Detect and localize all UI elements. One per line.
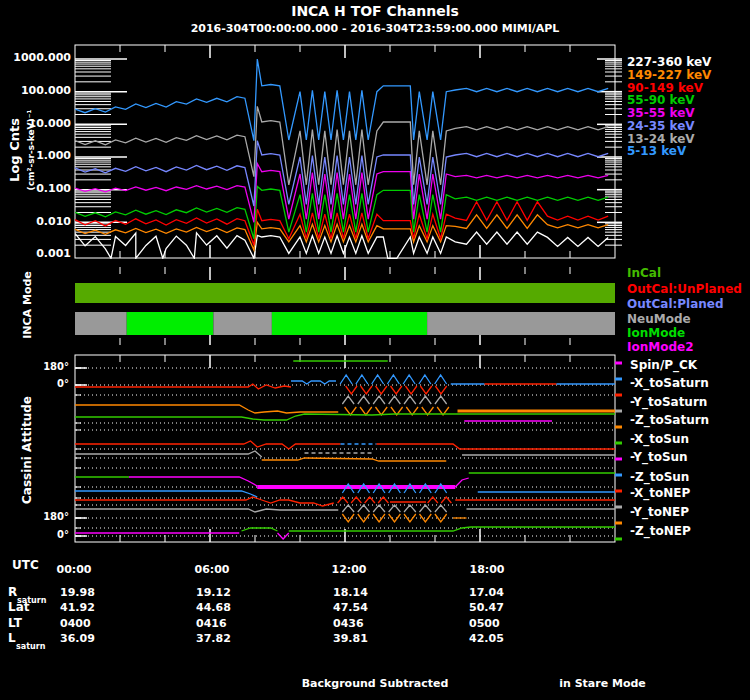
utc-tick-0000: 00:00 [39,563,109,576]
legend-att-y-tosaturn: -Y_toSaturn [630,395,707,409]
eph-l-c0: 36.09 [60,632,95,645]
att-tick-180-top: 180° [0,362,69,373]
eph-label-lt: LT [8,616,22,630]
eph-r-c2: 18.14 [333,586,368,599]
legend-att-x-tosun: -X_toSun [630,432,689,446]
eph-lat-c1: 44.68 [196,601,231,614]
utc-tick-1800: 18:00 [452,563,522,576]
footer-stare-mode: in Stare Mode [540,677,665,690]
legend-att-z-tosun: -Z_toSun [630,470,689,484]
eph-lat-c3: 50.47 [469,601,504,614]
eph-lat-c0: 41.92 [60,601,95,614]
y-tick-0p001: 0.001 [0,248,71,260]
y-tick-0p01: 0.010 [0,216,71,228]
legend-mode-ionmode: IonMode [627,326,685,340]
y-tick-100: 100.000 [0,85,71,97]
att-tick-180-bottom: 180° [0,512,69,523]
eph-label-r: R [8,585,17,599]
legend-mode-ionmode2: IonMode2 [627,340,694,354]
eph-lt-c1: 0416 [196,617,227,630]
legend-att-x-tosaturn: -X_toSaturn [630,376,709,390]
eph-lt-c3: 0500 [469,617,500,630]
att-tick-0-top: 0° [0,379,69,390]
eph-lt-c2: 0436 [333,617,364,630]
legend-channel-24-35: 24-35 keV [627,119,695,133]
att-tick-0-bottom: 0° [0,530,69,541]
eph-r-c0: 19.98 [60,586,95,599]
eph-sub-l: saturn [16,642,45,651]
utc-axis-label: UTC [12,559,39,572]
legend-mode-outcal-unplaned: OutCal:UnPlaned [627,282,742,296]
legend-att-x-tonep: -X_toNEP [630,486,690,500]
utc-tick-1200: 12:00 [314,563,384,576]
y-axis-title: Log Cnts [7,118,22,182]
legend-mode-incal: InCal [627,266,661,280]
eph-label-l: L [8,631,16,645]
legend-mode-outcal-planed: OutCal:Planed [627,297,724,311]
time-range-subtitle: 2016-304T00:00:00.000 - 2016-304T23:59:0… [0,23,750,35]
legend-att-y-tonep: -Y_toNEP [630,505,689,519]
mode-axis-title: INCA Mode [21,271,34,339]
utc-tick-0600: 06:00 [177,563,247,576]
y-axis-units: (cm²-sr-s-keV)⁻¹ [26,110,36,191]
legend-att-spin-pck: Spin/P_CK [630,358,697,372]
legend-att-y-tosun: -Y_toSun [630,450,688,464]
eph-lat-c2: 47.54 [333,601,368,614]
legend-channel-5-13: 5-13 keV [627,144,686,158]
inca-tof-plot-page: INCA H TOF Channels 2016-304T00:00:00.00… [0,0,750,700]
page-title: INCA H TOF Channels [0,4,750,19]
eph-label-lat: Lat [8,600,29,614]
legend-att-z-tonep: -Z_toNEP [630,524,691,538]
eph-l-c2: 39.81 [333,632,368,645]
attitude-axis-title: Cassini Attitude [20,396,34,504]
legend-mode-neumode: NeuMode [627,312,691,326]
eph-l-c1: 37.82 [196,632,231,645]
y-tick-1000: 1000.000 [0,52,71,64]
legend-att-z-tosaturn: -Z_toSaturn [630,413,709,427]
legend-channel-55-90: 55-90 keV [627,93,695,107]
eph-lt-c0: 0400 [60,617,91,630]
footer-background-subtracted: Background Subtracted [275,677,475,690]
legend-channel-149-227: 149-227 keV [627,68,711,82]
legend-channel-227-360: 227-360 keV [627,55,711,69]
eph-r-c1: 19.12 [196,586,231,599]
eph-l-c3: 42.05 [469,632,504,645]
legend-channel-35-55: 35-55 keV [627,106,695,120]
eph-r-c3: 17.04 [469,586,504,599]
